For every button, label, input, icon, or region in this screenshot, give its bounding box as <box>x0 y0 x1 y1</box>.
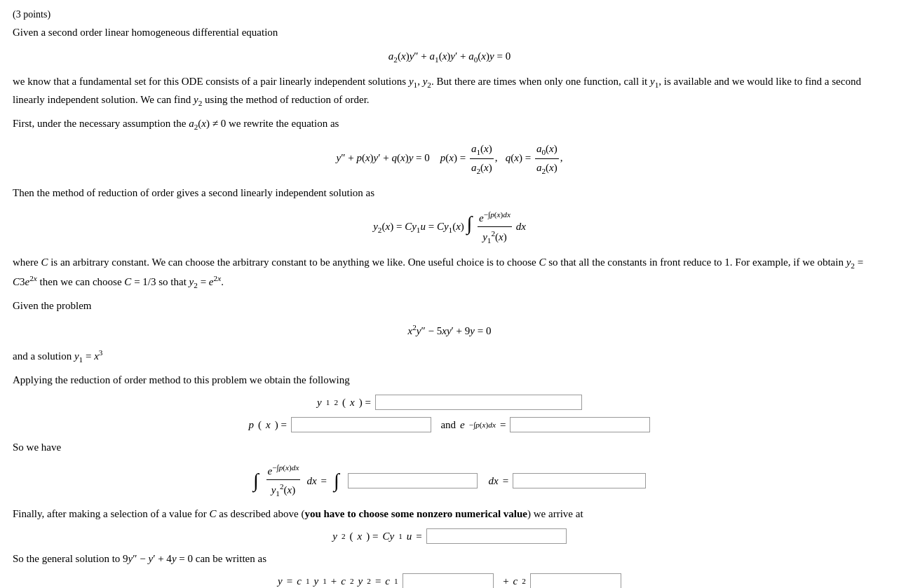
general-c1-input[interactable] <box>403 573 494 588</box>
intro-text: Given a second order linear homogeneous … <box>13 24 886 41</box>
y2-integral-formula: y2(x) = Cy1u = Cy1(x) ∫ e−∫p(x)dx y12(x)… <box>13 208 886 247</box>
points-label: (3 points) <box>13 7 886 22</box>
applying-text: Applying the reduction of order method t… <box>13 371 886 388</box>
y2-answer-input[interactable] <box>426 528 567 544</box>
integral-result-input[interactable] <box>513 473 646 488</box>
epx-input[interactable] <box>510 417 650 432</box>
given-ode: x2y″ − 5xy′ + 9y = 0 <box>13 321 886 339</box>
paragraph2: First, under the necessary assumption th… <box>13 115 886 133</box>
given-problem-text: Given the problem <box>13 297 886 314</box>
px-epx-row: p(x) = and e−∫p(x)dx = <box>13 416 886 433</box>
px-input[interactable] <box>291 417 431 432</box>
rewritten-ode-formula: y″ + p(x)y′ + q(x)y = 0 p(x) = a1(x) a2(… <box>13 140 886 177</box>
solution-text: and a solution y1 = x3 <box>13 346 886 366</box>
finally-text: Finally, after making a selection of a v… <box>13 505 886 522</box>
paragraph4: where C is an arbitrary constant. We can… <box>13 254 886 292</box>
paragraph3: Then the method of reduction of order gi… <box>13 184 886 201</box>
y1sq-input[interactable] <box>375 395 582 410</box>
so-we-have-text: So we have <box>13 439 886 456</box>
integral-row: ∫ e−∫p(x)dx y12(x) dx = ∫ dx = <box>13 461 886 500</box>
general-solution-text: So the general solution to 9y″ − y′ + 4y… <box>13 550 886 567</box>
integral-num-input[interactable] <box>348 473 478 488</box>
y1sq-row: y12(x) = <box>13 394 886 411</box>
main-ode-formula: a2(x)y″ + a1(x)y′ + a0(x)y = 0 <box>13 48 886 66</box>
general-c2-input[interactable] <box>530 573 621 588</box>
y2-answer-row: y2(x) = Cy1u = <box>13 528 886 545</box>
paragraph1: we know that a fundamental set for this … <box>13 73 886 109</box>
general-solution-row: y = c1y1 + c2y2 = c1 +c2 <box>13 573 886 588</box>
